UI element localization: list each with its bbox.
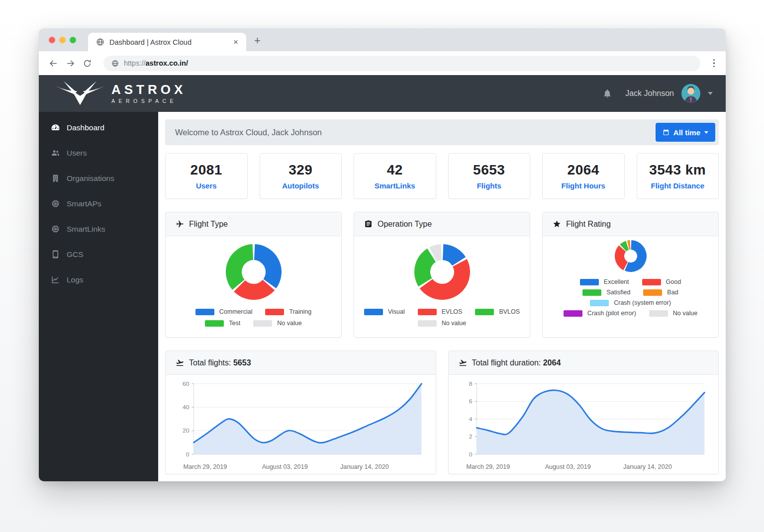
legend-label: BVLOS (499, 308, 520, 315)
tab-title: Dashboard | Astrox Cloud (109, 38, 226, 46)
card-title: Operation Type (378, 220, 432, 229)
card-header: Flight Rating (543, 212, 718, 236)
legend-row: ExcellentGood (580, 278, 681, 285)
sidebar-item-label: GCS (67, 250, 84, 259)
legend-label: Good (666, 278, 681, 285)
legend-label: Crash (system error) (614, 299, 671, 306)
legend-label: Visual (388, 308, 405, 315)
browser-toolbar: https://astrox.co.in/ (39, 51, 726, 75)
brand-subtitle: AEROSPACE (111, 98, 186, 104)
legend-row: Crash (pilot error)No value (564, 310, 697, 317)
forward-icon[interactable] (64, 57, 77, 70)
browser-menu-icon[interactable] (710, 57, 718, 70)
reload-icon[interactable] (81, 57, 94, 70)
new-tab-button[interactable]: + (254, 35, 261, 46)
sidebar-item-smartaps[interactable]: SmartAPs (39, 191, 158, 216)
legend-swatch (475, 309, 494, 315)
stat-card: 3543 kmFlight Distance (637, 153, 719, 199)
legend-item: Training (265, 308, 311, 315)
brand-logo[interactable]: ASTROX AEROSPACE (51, 80, 186, 107)
sidebar-item-logs[interactable]: Logs (39, 267, 158, 292)
legend-swatch (418, 320, 437, 327)
chart-legend: VisualEVLOSBVLOSNo value (364, 308, 520, 327)
total-flight-duration-value: 2064 (543, 358, 561, 367)
sidebar-item-label: Users (67, 149, 87, 158)
legend-item: No value (253, 320, 301, 327)
legend-label: Training (289, 308, 311, 315)
url-host: astrox.co.in/ (146, 59, 188, 67)
stat-link[interactable]: Flight Distance (651, 181, 704, 190)
svg-text:March 29, 2019: March 29, 2019 (466, 463, 510, 470)
legend-item: No value (418, 320, 466, 327)
legend-label: Test (229, 320, 240, 327)
sidebar-item-label: Dashboard (67, 123, 104, 132)
legend-row: TestNo value (205, 320, 301, 327)
browser-tab-bar: Dashboard | Astrox Cloud × + (39, 28, 726, 51)
sidebar-item-organisations[interactable]: Organisations (39, 166, 158, 191)
legend-item: Bad (643, 289, 678, 296)
card-header: Flight Type (166, 212, 341, 236)
stat-link[interactable]: Flight Hours (562, 181, 605, 190)
svg-text:40: 40 (183, 404, 190, 411)
stat-value: 3543 km (649, 162, 706, 178)
desktop-background: Dashboard | Astrox Cloud × + https://ast… (0, 0, 764, 532)
line-charts-row: Total flights: 5653 0204060March 29, 201… (165, 351, 719, 474)
flight-type-donut (226, 244, 282, 302)
sidebar-item-gcs[interactable]: GCS (39, 242, 158, 267)
sidebar-item-dashboard[interactable]: Dashboard (39, 115, 158, 140)
chip-icon (51, 224, 60, 234)
time-filter-button[interactable]: All time (656, 123, 715, 142)
operation-type-card: Operation Type VisualEVLOSBVLOSNo value (354, 212, 530, 338)
legend-label: No value (277, 320, 301, 327)
avatar (681, 84, 701, 103)
sidebar-item-users[interactable]: Users (39, 140, 158, 166)
legend-swatch (564, 310, 582, 317)
plane-icon (176, 220, 184, 228)
card-title: Flight Type (189, 220, 228, 229)
bell-icon[interactable] (602, 89, 612, 98)
legend-row: CommercialTraining (195, 308, 311, 315)
area-chart: 0204060March 29, 2019August 03, 2019Janu… (171, 378, 429, 474)
minimize-window-button[interactable] (59, 37, 66, 43)
browser-window: Dashboard | Astrox Cloud × + https://ast… (39, 28, 726, 481)
stat-link[interactable]: SmartLinks (375, 181, 415, 190)
legend-item: Test (205, 320, 240, 327)
stat-value: 42 (387, 162, 403, 178)
stat-link[interactable]: Flights (477, 181, 501, 190)
stat-card: 2081Users (165, 153, 248, 199)
legend-swatch (580, 279, 599, 285)
legend-item: Crash (system error) (590, 299, 671, 306)
sidebar-item-smartlinks[interactable]: SmartLinks (39, 216, 158, 242)
stats-row: 2081Users329Autopilots42SmartLinks5653Fl… (165, 153, 719, 199)
svg-text:20: 20 (183, 427, 190, 434)
sidebar-item-label: SmartAPs (67, 199, 101, 208)
donut-chart (615, 240, 647, 272)
svg-text:0: 0 (469, 451, 472, 458)
legend-label: Bad (667, 289, 678, 296)
chevron-down-icon (708, 92, 713, 95)
stat-link[interactable]: Users (196, 181, 217, 190)
legend-row: VisualEVLOSBVLOS (364, 308, 520, 315)
legend-item: Satisfied (582, 289, 630, 296)
svg-text:4: 4 (469, 416, 472, 423)
maximize-window-button[interactable] (70, 37, 76, 43)
operation-type-donut (414, 244, 470, 302)
donut-charts-row: Flight Type CommercialTrainingTestNo val… (165, 212, 719, 338)
stat-value: 2064 (568, 162, 599, 178)
building-icon (51, 174, 60, 183)
card-header: Total flight duration: 2064 (449, 351, 719, 375)
total-flights-value: 5653 (233, 358, 251, 367)
user-menu[interactable]: Jack Johnson (625, 84, 713, 103)
stat-link[interactable]: Autopilots (282, 181, 319, 190)
legend-row: SatisfiedBad (582, 289, 678, 296)
back-icon[interactable] (47, 57, 60, 70)
browser-tab[interactable]: Dashboard | Astrox Cloud × (88, 33, 246, 51)
close-window-button[interactable] (49, 37, 55, 43)
tab-close-icon[interactable]: × (231, 37, 240, 47)
address-bar[interactable]: https://astrox.co.in/ (103, 56, 700, 71)
chart-legend: ExcellentGoodSatisfiedBadCrash (system e… (564, 278, 697, 317)
chip-icon (51, 199, 60, 208)
app-header: ASTROX AEROSPACE Jack Johnson (39, 75, 726, 112)
chart-legend: CommercialTrainingTestNo value (195, 308, 311, 327)
legend-swatch (195, 309, 214, 315)
